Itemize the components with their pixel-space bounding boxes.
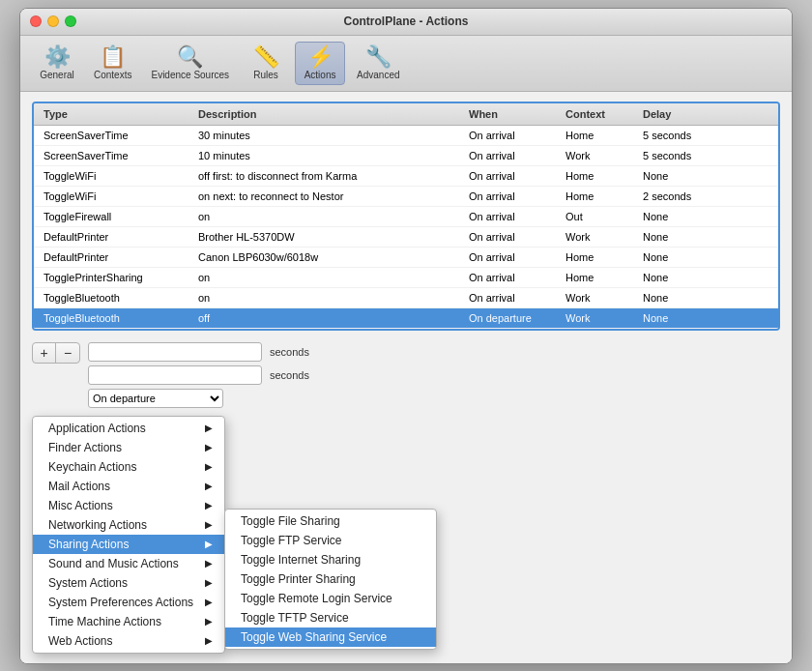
menu-item-time-machine-actions[interactable]: Time Machine Actions▶: [33, 612, 224, 631]
submenu-arrow: ▶: [205, 635, 213, 646]
content-area: Type Description When Context Delay Scre…: [20, 92, 792, 663]
description-input[interactable]: [88, 342, 262, 362]
table-row[interactable]: ToggleWiFi on next: to reconnect to Nest…: [34, 187, 778, 207]
cell-when: On arrival: [465, 209, 562, 224]
submenu-item-toggle-printer-sharing[interactable]: Toggle Printer Sharing: [225, 569, 436, 589]
cell-description: off first: to disconnect from Karma: [194, 168, 465, 184]
submenu-item-toggle-tftp-service[interactable]: Toggle TFTP Service: [225, 608, 436, 627]
cell-type: DefaultPrinter: [40, 229, 194, 245]
menu-wrapper: Application Actions▶Finder Actions▶Keych…: [32, 416, 437, 654]
cell-context: Home: [562, 128, 639, 143]
submenu-item-toggle-internet-sharing[interactable]: Toggle Internet Sharing: [225, 550, 436, 569]
submenu-item-toggle-web-sharing-service[interactable]: Toggle Web Sharing Service: [225, 627, 436, 647]
toolbar-label-evidence-sources: Evidence Sources: [151, 70, 229, 80]
menu-item-application-actions[interactable]: Application Actions▶: [33, 419, 224, 438]
add-button[interactable]: +: [33, 343, 56, 363]
submenu-item-label: Toggle File Sharing: [241, 514, 340, 528]
rules-icon: 📏: [253, 46, 279, 68]
table-row[interactable]: DefaultPrinter Brother HL-5370DW On arri…: [34, 227, 778, 248]
cell-context: Work: [562, 148, 639, 163]
advanced-icon: 🔧: [365, 46, 392, 68]
cell-description: on: [194, 290, 465, 306]
menu-item-label: Mail Actions: [48, 480, 110, 493]
main-window: ControlPlane - Actions ⚙️ General 📋 Cont…: [19, 8, 793, 664]
menu-item-label: Application Actions: [48, 422, 146, 435]
submenu-arrow: ▶: [205, 423, 213, 433]
table-body: ScreenSaverTime 30 minutes On arrival Ho…: [34, 126, 778, 329]
submenu-arrow: ▶: [205, 597, 213, 607]
cell-description: off: [194, 310, 465, 326]
table-row[interactable]: ScreenSaverTime 30 minutes On arrival Ho…: [34, 126, 778, 146]
cell-delay: 5 seconds: [639, 148, 716, 163]
submenu-arrow: ▶: [205, 616, 213, 627]
value-input[interactable]: [88, 365, 262, 385]
cell-when: On arrival: [465, 148, 562, 163]
submenu-item-toggle-ftp-service[interactable]: Toggle FTP Service: [225, 531, 436, 550]
menu-item-label: System Preferences Actions: [48, 596, 193, 609]
table-row[interactable]: ToggleBluetooth on On arrival Work None: [34, 288, 778, 308]
cell-when: On arrival: [465, 189, 562, 204]
when-select[interactable]: On departure On arrival: [88, 389, 223, 408]
submenu-item-label: Toggle TFTP Service: [241, 611, 349, 625]
cell-when: On arrival: [465, 128, 562, 143]
cell-when: On arrival: [465, 168, 562, 184]
cell-when: On arrival: [465, 290, 562, 306]
cell-delay: None: [639, 290, 716, 306]
titlebar: ControlPlane - Actions: [20, 9, 792, 36]
cell-type: ToggleBluetooth: [40, 310, 194, 326]
toolbar-item-actions[interactable]: ⚡ Actions: [295, 42, 345, 85]
cell-context: Out: [562, 209, 639, 224]
submenu-item-toggle-file-sharing[interactable]: Toggle File Sharing: [225, 511, 436, 531]
table-row[interactable]: ToggleBluetooth off On departure Work No…: [34, 308, 778, 329]
table-row[interactable]: DefaultPrinter Canon LBP6030w/6018w On a…: [34, 248, 778, 268]
submenu-arrow: ▶: [205, 519, 213, 530]
cell-when: On arrival: [465, 229, 562, 245]
cell-type: ToggleBluetooth: [40, 290, 194, 306]
toolbar: ⚙️ General 📋 Contexts 🔍 Evidence Sources…: [20, 36, 792, 92]
toolbar-item-contexts[interactable]: 📋 Contexts: [86, 43, 139, 84]
menu-item-label: Misc Actions: [48, 499, 113, 512]
toolbar-item-advanced[interactable]: 🔧 Advanced: [349, 43, 407, 84]
menu-item-system-actions[interactable]: System Actions▶: [33, 573, 224, 593]
remove-button[interactable]: −: [56, 343, 79, 363]
toolbar-item-evidence-sources[interactable]: 🔍 Evidence Sources: [143, 43, 237, 84]
submenu-arrow: ▶: [205, 500, 213, 511]
cell-when: On arrival: [465, 270, 562, 285]
close-button[interactable]: [30, 15, 42, 27]
toolbar-label-actions: Actions: [304, 70, 336, 80]
menu-item-sharing-actions[interactable]: Sharing Actions▶: [33, 535, 224, 554]
table-row[interactable]: ScreenSaverTime 10 minutes On arrival Wo…: [34, 146, 778, 166]
submenu-item-label: Toggle Internet Sharing: [241, 553, 361, 567]
dropdown-overlay: Application Actions▶Finder Actions▶Keych…: [32, 416, 780, 654]
maximize-button[interactable]: [65, 15, 76, 27]
menu-item-label: System Actions: [48, 576, 128, 590]
menu-item-misc-actions[interactable]: Misc Actions▶: [33, 496, 224, 515]
table-row[interactable]: TogglePrinterSharing on On arrival Home …: [34, 268, 778, 288]
submenu-item-label: Toggle Remote Login Service: [241, 592, 392, 605]
contexts-icon: 📋: [100, 46, 126, 68]
menu-item-sound-and-music-actions[interactable]: Sound and Music Actions▶: [33, 554, 224, 573]
menu-item-finder-actions[interactable]: Finder Actions▶: [33, 438, 224, 457]
seconds-label-2: seconds: [270, 369, 309, 381]
traffic-lights: [30, 15, 76, 27]
cell-description: on next: to reconnect to Nestor: [194, 189, 465, 204]
menu-item-mail-actions[interactable]: Mail Actions▶: [33, 477, 224, 496]
seconds-label-1: seconds: [270, 346, 309, 358]
sharing-submenu: Toggle File SharingToggle FTP ServiceTog…: [224, 509, 437, 650]
toolbar-item-general[interactable]: ⚙️ General: [32, 43, 82, 84]
form-area: seconds seconds On departure On arrival: [88, 342, 780, 412]
cell-type: ToggleFirewall: [40, 209, 194, 224]
minimize-button[interactable]: [47, 15, 59, 27]
menu-item-system-preferences-actions[interactable]: System Preferences Actions▶: [33, 593, 224, 612]
toolbar-item-rules[interactable]: 📏 Rules: [241, 43, 291, 84]
menu-item-networking-actions[interactable]: Networking Actions▶: [33, 515, 224, 535]
table-row[interactable]: ToggleWiFi off first: to disconnect from…: [34, 166, 778, 187]
table-row[interactable]: ToggleFirewall on On arrival Out None: [34, 207, 778, 227]
menu-item-web-actions[interactable]: Web Actions▶: [33, 631, 224, 651]
header-context: Context: [562, 106, 639, 122]
submenu-item-toggle-remote-login-service[interactable]: Toggle Remote Login Service: [225, 589, 436, 608]
menu-item-keychain-actions[interactable]: Keychain Actions▶: [33, 457, 224, 477]
toolbar-label-general: General: [40, 70, 74, 80]
cell-description: Canon LBP6030w/6018w: [194, 249, 465, 265]
submenu-item-label: Toggle Printer Sharing: [241, 572, 356, 586]
